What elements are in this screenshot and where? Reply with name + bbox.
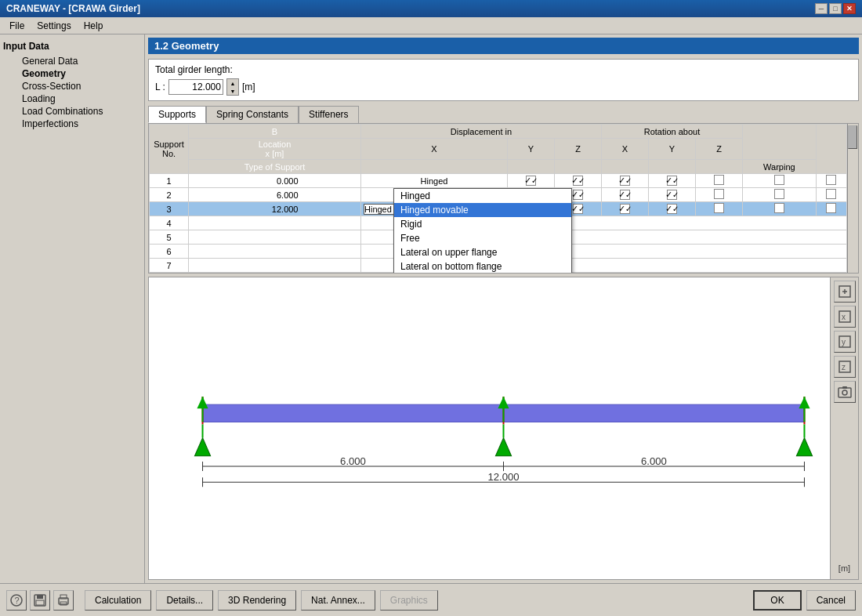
dropdown-hinged-movable[interactable]: Hinged movable bbox=[394, 203, 571, 217]
dropdown-lateral-upper[interactable]: Lateral on upper flange bbox=[394, 245, 571, 259]
col-header-warping bbox=[743, 125, 817, 160]
row2-cz[interactable]: ✓ bbox=[602, 188, 649, 202]
checkbox-row1-rz[interactable] bbox=[774, 175, 784, 185]
menu-help[interactable]: Help bbox=[78, 19, 110, 33]
dropdown-hinged[interactable]: Hinged bbox=[394, 189, 571, 203]
col-header-ry bbox=[649, 160, 696, 174]
sidebar-item-imperfections[interactable]: Imperfections bbox=[3, 118, 141, 130]
row1-cy[interactable]: ✓ bbox=[555, 174, 602, 188]
checkbox-row2-cy[interactable]: ✓ bbox=[573, 190, 583, 200]
row3-rz[interactable] bbox=[743, 202, 817, 216]
checkbox-row1-w[interactable] bbox=[826, 175, 836, 185]
help-button[interactable]: ? bbox=[6, 590, 27, 611]
print-button[interactable] bbox=[53, 590, 74, 611]
row1-cx[interactable]: ✓ bbox=[508, 174, 555, 188]
dropdown-rigid[interactable]: Rigid bbox=[394, 217, 571, 231]
checkbox-row2-ry[interactable] bbox=[714, 189, 724, 199]
scrollbar-thumb[interactable] bbox=[848, 125, 857, 149]
graphics-button[interactable]: Graphics bbox=[380, 590, 438, 611]
sidebar-item-general-data[interactable]: General Data bbox=[3, 55, 141, 67]
maximize-button[interactable]: □ bbox=[829, 3, 842, 14]
length-unit: [m] bbox=[242, 82, 255, 92]
col-header-Y2: Y bbox=[649, 139, 696, 160]
checkbox-row2-cz[interactable]: ✓ bbox=[620, 190, 630, 200]
3d-rendering-button[interactable]: 3D Rendering bbox=[218, 590, 296, 611]
row3-cz[interactable]: ✓ bbox=[602, 202, 649, 216]
checkbox-row1-rx[interactable]: ✓ bbox=[667, 176, 677, 186]
menu-file[interactable]: File bbox=[3, 19, 31, 33]
row3-location[interactable] bbox=[189, 202, 361, 216]
checkbox-row1-cz[interactable]: ✓ bbox=[620, 176, 630, 186]
unit-label: [m] bbox=[838, 563, 850, 573]
checkbox-row2-w[interactable] bbox=[826, 189, 836, 199]
bottom-bar: ? Calculation Details... 3D Rendering Na… bbox=[0, 583, 862, 616]
dropdown-lateral-bottom[interactable]: Lateral on bottom flange bbox=[394, 259, 571, 274]
checkbox-row3-rz[interactable] bbox=[774, 203, 784, 213]
checkbox-row2-rz[interactable] bbox=[774, 189, 784, 199]
table-row: 1 Hinged ✓ ✓ ✓ ✓ bbox=[150, 174, 858, 188]
row1-no: 1 bbox=[150, 174, 189, 188]
row2-ry[interactable] bbox=[696, 188, 743, 202]
tab-spring-constants[interactable]: Spring Constants bbox=[206, 106, 299, 123]
save-button[interactable] bbox=[30, 590, 50, 611]
length-down-button[interactable]: ▼ bbox=[227, 87, 238, 95]
row5-location[interactable] bbox=[189, 230, 361, 245]
row7-location[interactable] bbox=[189, 259, 361, 273]
calculation-button[interactable]: Calculation bbox=[85, 590, 151, 611]
row2-rz[interactable] bbox=[743, 188, 817, 202]
sidebar-item-geometry[interactable]: Geometry bbox=[3, 67, 141, 80]
nat-annex-button[interactable]: Nat. Annex... bbox=[301, 590, 375, 611]
minimize-button[interactable]: ─ bbox=[815, 3, 828, 14]
close-button[interactable]: ✕ bbox=[843, 3, 856, 14]
type-dropdown[interactable]: Hinged Hinged movable Rigid Free Lateral… bbox=[393, 188, 572, 274]
row2-location[interactable] bbox=[189, 188, 361, 202]
row3-w[interactable] bbox=[816, 202, 846, 216]
col-header-Z1: Z bbox=[555, 139, 602, 160]
checkbox-row3-rx[interactable]: ✓ bbox=[667, 204, 677, 214]
svg-marker-11 bbox=[498, 397, 509, 408]
checkbox-row2-rx[interactable]: ✓ bbox=[667, 190, 677, 200]
cancel-button[interactable]: Cancel bbox=[806, 590, 856, 611]
zoom-y-button[interactable]: y bbox=[834, 331, 856, 353]
row1-type: Hinged bbox=[361, 174, 508, 188]
checkbox-row3-w[interactable] bbox=[826, 203, 836, 213]
col-header-Z2: Z bbox=[696, 139, 743, 160]
checkbox-row1-cy[interactable]: ✓ bbox=[573, 176, 583, 186]
dropdown-free[interactable]: Free bbox=[394, 231, 571, 245]
col-header-X2: X bbox=[602, 139, 649, 160]
length-input[interactable] bbox=[168, 79, 223, 95]
girder-length-label: Total girder length: bbox=[155, 64, 255, 75]
checkbox-row1-cx[interactable]: ✓ bbox=[526, 176, 536, 186]
checkbox-row3-ry[interactable] bbox=[714, 203, 724, 213]
table-scrollbar[interactable] bbox=[847, 124, 858, 273]
checkbox-row1-ry[interactable] bbox=[714, 175, 724, 185]
zoom-z-button[interactable]: z bbox=[834, 356, 856, 378]
row2-rx[interactable]: ✓ bbox=[649, 188, 696, 202]
row1-ry[interactable] bbox=[696, 174, 743, 188]
row1-cz[interactable]: ✓ bbox=[602, 174, 649, 188]
sidebar-item-load-combinations[interactable]: Load Combinations bbox=[3, 105, 141, 118]
row1-rz[interactable] bbox=[743, 174, 817, 188]
details-button[interactable]: Details... bbox=[156, 590, 213, 611]
checkbox-row3-cy[interactable]: ✓ bbox=[573, 204, 583, 214]
zoom-x-button[interactable]: x bbox=[834, 306, 856, 328]
screenshot-button[interactable] bbox=[834, 381, 856, 403]
sidebar-item-cross-section[interactable]: Cross-Section bbox=[3, 80, 141, 92]
sidebar-item-loading[interactable]: Loading bbox=[3, 92, 141, 105]
menu-settings[interactable]: Settings bbox=[31, 19, 77, 33]
tab-supports[interactable]: Supports bbox=[148, 106, 206, 123]
length-up-button[interactable]: ▲ bbox=[227, 79, 238, 87]
row1-w[interactable] bbox=[816, 174, 846, 188]
l-label: L : bbox=[155, 82, 165, 92]
checkbox-row3-cz[interactable]: ✓ bbox=[620, 204, 630, 214]
row6-location[interactable] bbox=[189, 245, 361, 259]
row3-rx[interactable]: ✓ bbox=[649, 202, 696, 216]
row1-location[interactable] bbox=[189, 174, 361, 188]
row1-rx[interactable]: ✓ bbox=[649, 174, 696, 188]
zoom-fit-button[interactable] bbox=[834, 281, 856, 303]
ok-button[interactable]: OK bbox=[753, 590, 801, 611]
row3-ry[interactable] bbox=[696, 202, 743, 216]
row4-location[interactable] bbox=[189, 216, 361, 230]
row2-w[interactable] bbox=[816, 188, 846, 202]
tab-stiffeners[interactable]: Stiffeners bbox=[299, 106, 358, 123]
